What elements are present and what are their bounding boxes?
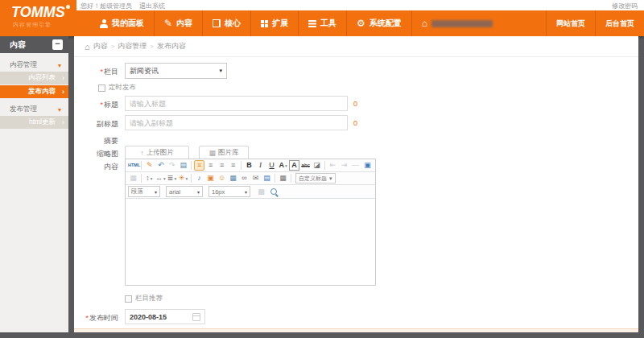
- recommend-checkbox[interactable]: [125, 295, 132, 303]
- menu-icon: [308, 20, 316, 27]
- nav-item-current-site[interactable]: ⌂: [411, 10, 502, 36]
- nav-item-extensions[interactable]: 扩展: [250, 10, 298, 36]
- outdent-icon[interactable]: ⇤: [328, 160, 338, 171]
- chevron-right-icon: ›: [62, 118, 64, 126]
- paste-word-icon[interactable]: ▤: [178, 160, 188, 171]
- undo-icon[interactable]: ↶: [155, 160, 166, 171]
- rich-text-editor: HTML ✎ ↶ ↷ ▤ ≡ ≡ ≡ ≡ B I U A▾ A abc ◪ ⇤ …: [125, 159, 376, 286]
- find-replace-icon[interactable]: ▩: [256, 187, 266, 197]
- table-icon[interactable]: ▦: [278, 173, 288, 183]
- letter-spacing-icon[interactable]: ↔▾: [155, 173, 166, 183]
- html-source-icon[interactable]: HTML: [128, 160, 138, 171]
- edit-doc-icon: ✎: [164, 19, 172, 28]
- grid-icon: [261, 20, 268, 27]
- redo-icon[interactable]: ↷: [167, 160, 177, 171]
- navbar-right: 网站首页 后台首页: [546, 10, 644, 36]
- logo-subtitle: 内容管理引擎: [0, 21, 76, 29]
- app-logo: TOMMS 内容管理引擎: [0, 0, 76, 36]
- site-name-redacted: [431, 20, 493, 27]
- scheduled-publish-label: 定时发布: [109, 83, 136, 93]
- category-label: *栏目: [74, 67, 118, 77]
- emoticon-icon[interactable]: ☺: [217, 173, 227, 183]
- docs-icon[interactable]: ▤: [262, 173, 272, 183]
- align-center-icon[interactable]: ≡: [205, 160, 216, 171]
- font-select[interactable]: arial ▾: [166, 186, 203, 197]
- title-input[interactable]: [125, 96, 348, 111]
- line-height-icon[interactable]: ↕▾: [144, 173, 155, 183]
- publish-time-input[interactable]: 2020-08-15: [125, 309, 205, 324]
- list-style-icon[interactable]: ≣▾: [167, 173, 177, 183]
- image-disabled-icon[interactable]: ▦: [128, 173, 138, 183]
- chevron-down-icon: ▾: [219, 68, 222, 74]
- scheduled-publish-checkbox[interactable]: [98, 84, 105, 92]
- nav-item-admin-home[interactable]: 后台首页: [595, 10, 644, 36]
- nav-item-core[interactable]: 核心: [202, 10, 250, 36]
- scheduled-publish-row: 定时发布: [98, 83, 136, 93]
- underline-icon[interactable]: U: [266, 160, 277, 171]
- align-justify-icon[interactable]: ≡: [228, 160, 238, 171]
- subtitle-input[interactable]: [125, 115, 348, 130]
- format-brush-icon[interactable]: ✎: [144, 160, 155, 171]
- chevron-down-icon: ▾: [155, 189, 157, 195]
- chevron-down-icon: ▾: [329, 175, 332, 182]
- sidebar: 内容 − 内容管理 ▾ 内容列表 › 发布内容 › 发布管理 ▾ html更新 …: [0, 36, 68, 332]
- sidebar-group-publish-mgmt[interactable]: 发布管理 ▾: [0, 103, 68, 116]
- fontsize-select[interactable]: 16px ▾: [208, 186, 250, 197]
- hr-icon[interactable]: —: [350, 160, 361, 171]
- back-color-icon[interactable]: A: [289, 160, 299, 171]
- recommend-label: 栏目推荐: [135, 294, 163, 303]
- recommend-row: 栏目推荐: [125, 294, 163, 303]
- fullscreen-icon[interactable]: ▣: [362, 160, 373, 171]
- editor-toolbar-row3: 段落 ▾ arial ▾ 16px ▾ ▩: [126, 185, 375, 199]
- italic-icon[interactable]: I: [255, 160, 266, 171]
- custom-title-dropdown[interactable]: 自定义标题 ▾: [295, 173, 336, 183]
- nav-item-tools[interactable]: 工具: [298, 10, 346, 36]
- content-footer-strip: [74, 328, 638, 332]
- subtitle-char-counter: 0: [353, 119, 357, 127]
- strikethrough-icon[interactable]: abc: [300, 160, 311, 171]
- sidebar-collapse-button[interactable]: −: [52, 39, 63, 50]
- logo-dot-icon: [66, 5, 70, 9]
- sidebar-item-publish-content[interactable]: 发布内容 ›: [0, 85, 68, 98]
- indent-icon[interactable]: ⇥: [339, 160, 349, 171]
- editor-toolbar-row1: HTML ✎ ↶ ↷ ▤ ≡ ≡ ≡ ≡ B I U A▾ A abc ◪ ⇤ …: [126, 159, 375, 172]
- publish-time-label: *发布时间: [74, 313, 118, 324]
- insert-image-icon[interactable]: ▣: [205, 173, 216, 183]
- sidebar-item-content-list[interactable]: 内容列表 ›: [0, 72, 68, 84]
- gallery-icon[interactable]: ▦: [228, 173, 238, 183]
- nav-item-site-home[interactable]: 网站首页: [546, 10, 595, 36]
- font-color-icon[interactable]: A▾: [278, 160, 288, 171]
- sidebar-group-content-mgmt[interactable]: 内容管理 ▾: [0, 59, 68, 72]
- logout-link[interactable]: 退出系统: [139, 2, 165, 10]
- chevron-down-icon: ▾: [58, 62, 61, 69]
- sidebar-item-html-update[interactable]: html更新 ›: [0, 116, 68, 129]
- subtitle-label: 副标题: [74, 119, 118, 130]
- editor-toolbar-row2: ▦ ↕▾ ↔▾ ≣▾ ✳▾ ♪ ▣ ☺ ▦ ∞ ✉ ▤ ▦ 自定义标题 ▾: [126, 172, 375, 185]
- bold-icon[interactable]: B: [244, 160, 254, 171]
- change-password-link[interactable]: 修改密码: [612, 2, 638, 10]
- breadcrumb-item[interactable]: 内容: [93, 41, 108, 52]
- paragraph-select[interactable]: 段落 ▾: [128, 186, 160, 197]
- chevron-right-icon: ›: [62, 74, 64, 82]
- calendar-icon: [192, 313, 200, 321]
- upload-icon: ↑: [140, 149, 144, 157]
- chevron-down-icon: ▾: [245, 189, 247, 195]
- content-label: 内容: [74, 162, 118, 172]
- nav-item-system-config[interactable]: ⚙ 系统配置: [346, 10, 411, 36]
- align-right-icon[interactable]: ≡: [217, 160, 227, 171]
- breadcrumb-item: 发布内容: [157, 41, 186, 52]
- gear-icon: ⚙: [357, 19, 365, 28]
- category-select[interactable]: 新闻资讯 ▾: [125, 63, 227, 79]
- nav-item-dashboard[interactable]: 我的面板: [90, 10, 154, 36]
- remove-format-icon[interactable]: ◪: [312, 160, 322, 171]
- user-icon: [100, 19, 108, 28]
- breadcrumb-item[interactable]: 内容管理: [118, 41, 147, 52]
- search-icon[interactable]: [270, 188, 279, 196]
- link-icon[interactable]: ∞: [239, 173, 250, 183]
- nav-item-content[interactable]: ✎ 内容: [154, 10, 202, 36]
- attachment-icon[interactable]: ✉: [250, 173, 261, 183]
- format-styles-icon[interactable]: ✳▾: [178, 173, 188, 183]
- align-left-icon[interactable]: ≡: [194, 160, 204, 171]
- editor-canvas[interactable]: [126, 199, 375, 285]
- media-icon[interactable]: ♪: [194, 173, 204, 183]
